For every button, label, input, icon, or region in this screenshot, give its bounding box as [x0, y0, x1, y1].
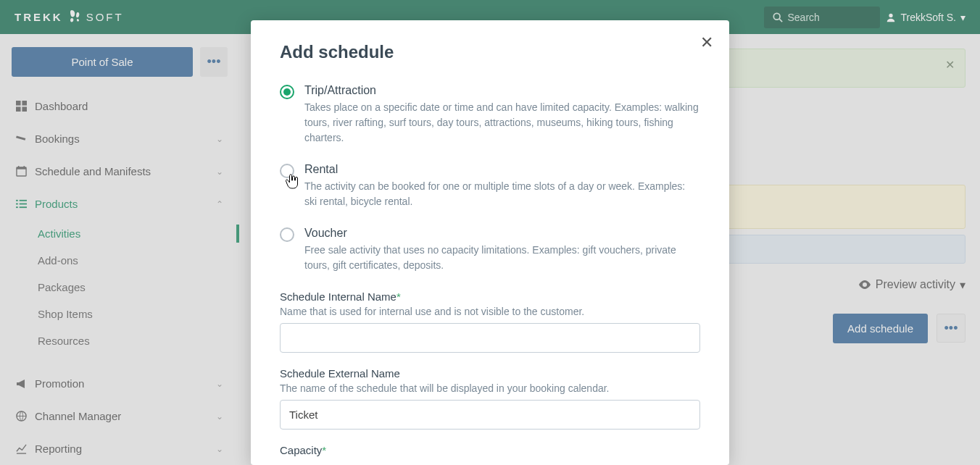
- radio-input[interactable]: [280, 227, 294, 242]
- radio-description: Free sale activity that uses no capacity…: [304, 243, 700, 273]
- radio-title: Voucher: [304, 227, 700, 240]
- internal-name-input[interactable]: [280, 323, 700, 353]
- close-icon[interactable]: ✕: [700, 33, 713, 52]
- radio-description: The activity can be booked for one or mu…: [304, 179, 700, 209]
- field-label-external-name: Schedule External Name: [280, 367, 700, 380]
- field-help-external-name: The name of the schedule that will be di…: [280, 382, 700, 394]
- radio-title: Trip/Attraction: [304, 84, 700, 97]
- field-label-capacity: Capacity*: [280, 444, 700, 456]
- radio-input[interactable]: [280, 164, 294, 178]
- radio-option-voucher[interactable]: Voucher Free sale activity that uses no …: [280, 227, 700, 273]
- modal-overlay: ✕ Add schedule Trip/Attraction Takes pla…: [0, 0, 980, 465]
- add-schedule-modal: ✕ Add schedule Trip/Attraction Takes pla…: [251, 20, 729, 465]
- modal-title: Add schedule: [280, 42, 700, 62]
- external-name-input[interactable]: [280, 400, 700, 430]
- radio-description: Takes place on a specific date or time a…: [304, 100, 700, 146]
- radio-input[interactable]: [280, 85, 294, 99]
- field-help-internal-name: Name that is used for internal use and i…: [280, 306, 700, 317]
- field-label-internal-name: Schedule Internal Name*: [280, 290, 700, 303]
- radio-option-rental[interactable]: Rental The activity can be booked for on…: [280, 163, 700, 209]
- radio-title: Rental: [304, 163, 700, 176]
- radio-option-trip[interactable]: Trip/Attraction Takes place on a specifi…: [280, 84, 700, 146]
